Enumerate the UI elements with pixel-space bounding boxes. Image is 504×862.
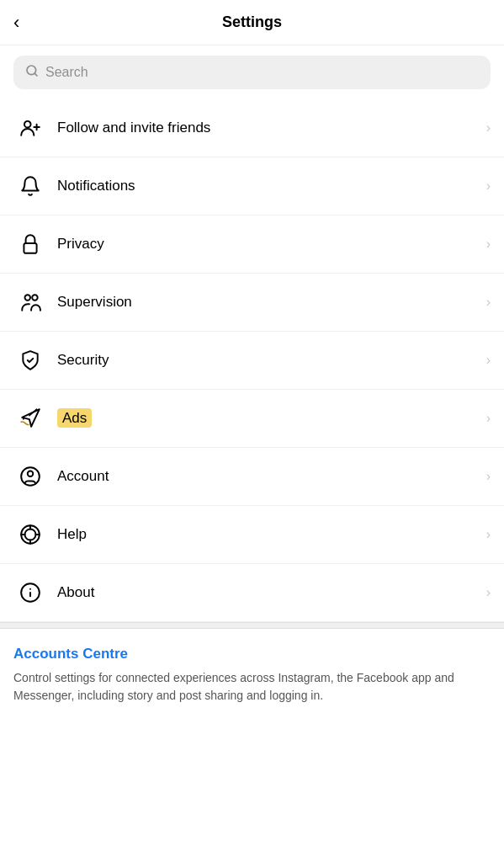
svg-point-2 <box>24 121 31 128</box>
notifications-label: Notifications <box>57 178 486 194</box>
accounts-centre-description: Control settings for connected experienc… <box>13 669 491 705</box>
menu-item-supervision[interactable]: Supervision › <box>0 274 504 332</box>
menu-item-about[interactable]: About › <box>0 564 504 622</box>
chevron-icon: › <box>486 295 491 310</box>
about-icon <box>13 576 47 609</box>
menu-item-ads[interactable]: Ads › <box>0 390 504 448</box>
account-label: Account <box>57 468 486 485</box>
ads-label: Ads <box>57 410 486 427</box>
svg-point-6 <box>25 295 31 301</box>
privacy-icon <box>13 227 47 261</box>
menu-item-privacy[interactable]: Privacy › <box>0 216 504 274</box>
follow-invite-label: Follow and invite friends <box>57 120 486 136</box>
chevron-icon: › <box>486 178 491 194</box>
chevron-icon: › <box>486 237 491 252</box>
settings-menu: Follow and invite friends › Notification… <box>0 99 504 622</box>
svg-point-10 <box>28 471 34 477</box>
chevron-icon: › <box>486 120 491 136</box>
back-button[interactable]: ‹ <box>13 12 19 34</box>
account-icon <box>13 460 47 493</box>
follow-invite-icon <box>13 111 47 145</box>
chevron-icon: › <box>486 411 491 426</box>
header: ‹ Settings <box>0 0 504 45</box>
chevron-icon: › <box>486 353 491 368</box>
menu-item-help[interactable]: Help › <box>0 506 504 564</box>
menu-item-follow-invite[interactable]: Follow and invite friends › <box>0 99 504 157</box>
svg-rect-5 <box>24 243 36 253</box>
chevron-icon: › <box>486 527 491 542</box>
supervision-label: Supervision <box>57 294 486 311</box>
menu-item-account[interactable]: Account › <box>0 448 504 506</box>
search-container: Search <box>0 45 504 99</box>
supervision-icon <box>13 285 47 319</box>
chevron-icon: › <box>486 469 491 484</box>
accounts-centre-title[interactable]: Accounts Centre <box>13 646 491 662</box>
svg-point-8 <box>23 418 24 419</box>
help-icon <box>13 518 47 551</box>
about-label: About <box>57 584 486 601</box>
security-label: Security <box>57 352 486 369</box>
svg-point-12 <box>25 529 36 540</box>
privacy-label: Privacy <box>57 236 486 253</box>
page-title: Settings <box>222 13 282 31</box>
menu-item-security[interactable]: Security › <box>0 332 504 390</box>
help-label: Help <box>57 526 486 543</box>
notifications-icon <box>13 169 47 203</box>
menu-item-notifications[interactable]: Notifications › <box>0 157 504 216</box>
security-icon <box>13 343 47 377</box>
ads-highlight: Ads <box>57 408 92 428</box>
svg-point-7 <box>32 295 37 301</box>
search-icon <box>25 64 39 81</box>
search-placeholder: Search <box>45 65 88 80</box>
chevron-icon: › <box>486 585 491 600</box>
search-bar[interactable]: Search <box>13 56 491 89</box>
accounts-centre-section: Accounts Centre Control settings for con… <box>0 629 504 730</box>
section-divider <box>0 622 504 629</box>
ads-icon <box>13 402 47 435</box>
svg-line-1 <box>34 73 37 76</box>
